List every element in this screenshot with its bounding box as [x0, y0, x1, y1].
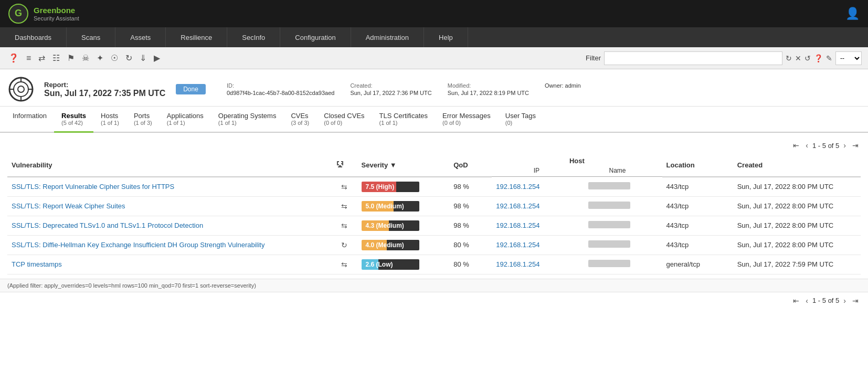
owner-label-value: Owner: admin: [545, 82, 580, 89]
created-cell: Sun, Jul 17, 2022 8:00 PM UTC: [733, 196, 861, 216]
host-name-blurred: [588, 221, 630, 228]
host-ip-link[interactable]: 192.168.1.254: [496, 260, 539, 268]
bottom-next-page-btn[interactable]: ›: [841, 295, 848, 306]
host-ip-link[interactable]: 192.168.1.254: [496, 183, 539, 191]
nav-resilience[interactable]: Resilience: [166, 27, 227, 47]
nav-administration[interactable]: Administration: [351, 27, 424, 47]
shield-icon[interactable]: ☉: [109, 52, 120, 64]
filter-list-icon[interactable]: ☷: [50, 52, 62, 64]
id-value: 0d987f4b-1cac-45b7-8a00-8152cda93aed: [227, 90, 335, 96]
nav-help[interactable]: Help: [424, 27, 468, 47]
nav-dashboards[interactable]: Dashboards: [0, 27, 67, 47]
tab-ports[interactable]: Ports (1 of 3): [126, 107, 160, 133]
tab-tls[interactable]: TLS Certificates (1 of 1): [372, 107, 435, 133]
tab-cves[interactable]: CVEs (3 of 3): [283, 107, 316, 133]
severity-cell: 2.6 (Low): [357, 255, 450, 274]
row-icon: ⇆: [332, 196, 357, 216]
table-row: SSL/TLS: Diffie-Hellman Key Exchange Ins…: [7, 235, 861, 255]
th-icon: [332, 154, 357, 177]
created-value: Sun, Jul 17, 2022 7:36 PM UTC: [350, 90, 431, 96]
host-name-blurred: [588, 182, 630, 189]
skull-icon[interactable]: ☠: [80, 52, 91, 64]
user-icon[interactable]: 👤: [845, 7, 860, 20]
severity-cell: 4.3 (Medium): [357, 216, 450, 235]
host-ip-link[interactable]: 192.168.1.254: [496, 221, 539, 229]
vuln-link[interactable]: SSL/TLS: Deprecated TLSv1.0 and TLSv1.1 …: [12, 221, 203, 229]
row-icon: ↻: [332, 235, 357, 255]
tab-os[interactable]: Operating Systems (1 of 1): [211, 107, 284, 133]
tab-user-tags[interactable]: User Tags (0): [498, 107, 543, 133]
vuln-link[interactable]: TCP timestamps: [12, 260, 62, 268]
nav-configuration[interactable]: Configuration: [280, 27, 351, 47]
report-created: Created: Sun, Jul 17, 2022 7:36 PM UTC: [350, 82, 431, 96]
host-name-blurred: [588, 260, 630, 267]
prev-page-btn[interactable]: ‹: [803, 140, 810, 151]
tab-applications[interactable]: Applications (1 of 1): [160, 107, 211, 133]
compare-arrows-icon: ⇆: [341, 221, 347, 230]
bottom-first-page-btn[interactable]: ⇤: [791, 295, 801, 306]
first-page-btn[interactable]: ⇤: [791, 140, 801, 151]
tab-hosts[interactable]: Hosts (1 of 1): [93, 107, 126, 133]
table-row: TCP timestamps⇆2.6 (Low)80 %192.168.1.25…: [7, 255, 861, 274]
host-name-cell: [584, 177, 662, 197]
nav-secinfo[interactable]: SecInfo: [227, 27, 280, 47]
created-label: Created:: [350, 82, 431, 89]
vuln-link[interactable]: SSL/TLS: Report Vulnerable Cipher Suites…: [12, 183, 174, 191]
tab-closed-cves[interactable]: Closed CVEs (0 of 0): [316, 107, 372, 133]
download-icon[interactable]: ⇓: [137, 52, 149, 64]
bottom-last-page-btn[interactable]: ⇥: [850, 295, 861, 306]
refresh-icon[interactable]: ↻: [123, 52, 134, 64]
host-ip-link[interactable]: 192.168.1.254: [496, 202, 539, 210]
filter-clear-icon[interactable]: ✕: [795, 54, 801, 62]
compare-arrows-icon: ⇆: [341, 183, 347, 191]
next-page-btn[interactable]: ›: [841, 140, 848, 151]
filter-edit-icon[interactable]: ✎: [826, 54, 832, 62]
list2-icon[interactable]: ⇄: [36, 52, 47, 64]
tab-errors[interactable]: Error Messages (0 of 0): [435, 107, 498, 133]
host-ip-cell: 192.168.1.254: [492, 235, 584, 255]
vuln-link[interactable]: SSL/TLS: Diffie-Hellman Key Exchange Ins…: [12, 241, 264, 249]
th-host-group: Host IP Name: [492, 154, 662, 177]
last-page-btn[interactable]: ⇥: [850, 140, 861, 151]
created-cell: Sun, Jul 17, 2022 8:00 PM UTC: [733, 177, 861, 197]
qod-cell: 80 %: [449, 255, 492, 274]
nav-scans[interactable]: Scans: [67, 27, 115, 47]
filter-refresh-icon[interactable]: ↻: [786, 54, 792, 62]
tag-icon[interactable]: ⚑: [65, 52, 77, 64]
play-icon[interactable]: ▶: [152, 52, 162, 64]
host-ip-link[interactable]: 192.168.1.254: [496, 241, 539, 249]
th-created: Created: [733, 154, 861, 177]
compare-arrows-icon: ⇆: [341, 260, 347, 269]
nav-bar: Dashboards Scans Assets Resilience SecIn…: [0, 27, 868, 47]
severity-cell: 4.0 (Medium): [357, 235, 450, 255]
tab-information[interactable]: Information: [5, 107, 54, 133]
list-icon[interactable]: ≡: [24, 52, 33, 64]
cycle-icon: ↻: [341, 241, 347, 249]
th-severity[interactable]: Severity ▼: [357, 154, 450, 177]
compare-arrows-icon: ⇆: [341, 202, 347, 210]
filter-select[interactable]: --: [835, 51, 862, 65]
help-icon[interactable]: ❓: [6, 52, 21, 64]
table-row: SSL/TLS: Report Vulnerable Cipher Suites…: [7, 177, 861, 197]
qod-cell: 98 %: [449, 196, 492, 216]
bottom-prev-page-btn[interactable]: ‹: [803, 295, 810, 306]
vuln-link[interactable]: SSL/TLS: Report Weak Cipher Suites: [12, 202, 125, 210]
location-cell: general/tcp: [662, 255, 733, 274]
report-id: ID: 0d987f4b-1cac-45b7-8a00-8152cda93aed: [227, 82, 335, 96]
nav-assets[interactable]: Assets: [115, 27, 166, 47]
filter-input[interactable]: [604, 51, 782, 65]
bottom-page-range: 1 - 5 of 5: [812, 297, 839, 304]
modified-label: Modified:: [448, 82, 529, 89]
filter-reset-icon[interactable]: ↺: [805, 54, 811, 62]
done-badge: Done: [176, 84, 206, 94]
tab-results[interactable]: Results (5 of 42): [54, 107, 93, 133]
th-host-ip: IP: [496, 167, 577, 176]
location-cell: 443/tcp: [662, 235, 733, 255]
location-cell: 443/tcp: [662, 216, 733, 235]
th-host-name: Name: [577, 167, 658, 176]
filter-area: Filter ↻ ✕ ↺ ❓ ✎ --: [586, 51, 862, 65]
report-title-block: Report: Sun, Jul 17, 2022 7:35 PM UTC: [44, 81, 165, 98]
star-icon[interactable]: ✦: [94, 52, 105, 64]
toolbar: ❓ ≡ ⇄ ☷ ⚑ ☠ ✦ ☉ ↻ ⇓ ▶ Filter ↻ ✕ ↺ ❓ ✎ -…: [0, 47, 868, 69]
filter-help-icon[interactable]: ❓: [814, 54, 823, 62]
